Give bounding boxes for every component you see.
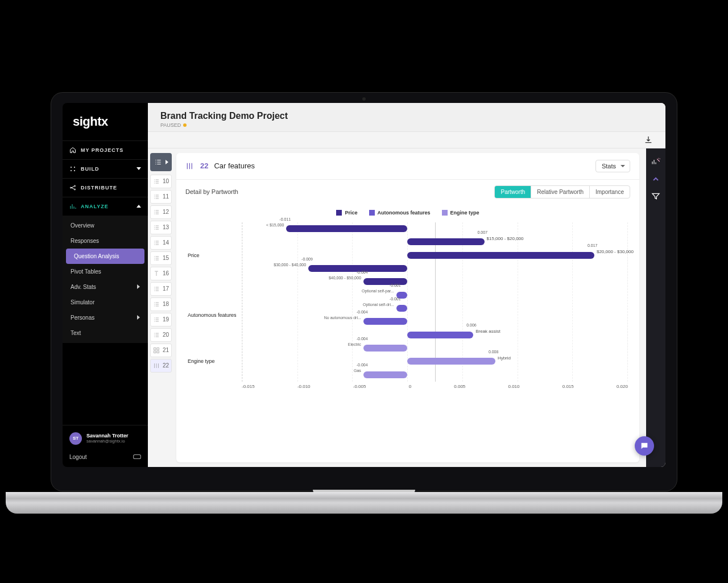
- svg-point-5: [75, 185, 76, 187]
- bar-value: 0.017: [588, 243, 598, 247]
- bar-category: $20,000 - $30,000: [597, 249, 634, 254]
- stats-dropdown[interactable]: Stats: [595, 160, 630, 172]
- tab-partworth[interactable]: Partworth: [495, 186, 531, 198]
- question-rail-item-20[interactable]: 20: [150, 328, 172, 342]
- bar-value: -0.004: [357, 363, 368, 367]
- tool-rail: [646, 148, 665, 467]
- chart-plot: -0.011< $15,0000.007$15,000 - $20,0000.0…: [242, 222, 628, 382]
- analyze-icon: [69, 203, 76, 210]
- legend-item: Price: [336, 210, 357, 216]
- question-rail-item-22[interactable]: 22: [150, 359, 172, 373]
- question-rail-toggle[interactable]: [150, 153, 172, 171]
- question-rail-item-13[interactable]: 13: [150, 221, 172, 234]
- sidebar-item-adv-stats[interactable]: Adv. Stats: [63, 279, 148, 295]
- sidebar-item-simulator[interactable]: Simulator: [63, 295, 148, 310]
- svg-rect-7: [134, 455, 141, 459]
- group-label: Autonomous features: [188, 288, 242, 341]
- question-rail-number: 12: [163, 209, 169, 215]
- legend-item: Engine type: [442, 210, 479, 216]
- question-rail-number: 16: [163, 270, 169, 276]
- nav-analyze[interactable]: ANALYZE: [63, 197, 148, 216]
- bar-value: -0.001: [390, 283, 401, 287]
- question-rail-item-17[interactable]: 17: [150, 282, 172, 296]
- collapse-icon[interactable]: [652, 177, 659, 181]
- sidebar-item-label: Personas: [71, 315, 94, 321]
- x-tick: 0: [409, 384, 411, 393]
- x-tick: -0.015: [242, 384, 255, 393]
- x-tick: -0.010: [297, 384, 311, 393]
- sidebar-item-personas[interactable]: Personas: [63, 310, 148, 325]
- question-rail-item-12[interactable]: 12: [150, 205, 172, 219]
- tab-relative-partworth[interactable]: Relative Partworth: [531, 186, 589, 198]
- bar-value: 0.008: [489, 350, 499, 354]
- svg-rect-8: [154, 348, 156, 350]
- question-rail-number: 21: [163, 347, 169, 353]
- question-number: 22: [200, 162, 208, 170]
- logout-button[interactable]: Logout: [69, 454, 87, 460]
- question-rail-item-15[interactable]: 15: [150, 251, 172, 265]
- svg-point-1: [74, 167, 75, 168]
- bar-value: 0.007: [478, 230, 488, 234]
- sidebar-item-overview[interactable]: Overview: [63, 218, 148, 233]
- sidebar-item-label: Question Analysis: [74, 253, 119, 259]
- question-rail-number: 10: [163, 178, 169, 184]
- bar-value: -0.004: [357, 337, 368, 341]
- chevron-down-icon: [136, 167, 141, 170]
- brand-logo: sightx: [63, 109, 148, 140]
- question-rail-item-11[interactable]: 11: [150, 190, 172, 204]
- question-rail-number: 11: [163, 193, 169, 200]
- question-rail-number: 15: [163, 255, 169, 261]
- bar-value: -0.001: [390, 297, 401, 301]
- svg-point-4: [71, 187, 72, 188]
- sidebar-item-question-analysis[interactable]: Question Analysis: [66, 249, 144, 264]
- svg-rect-9: [157, 348, 159, 350]
- bar: [363, 318, 407, 325]
- filter-icon[interactable]: [651, 192, 660, 201]
- bar-category: Electric: [348, 342, 361, 346]
- conjoint-icon: [185, 162, 195, 171]
- bar: [407, 252, 594, 259]
- question-rail-item-10[interactable]: 10: [150, 175, 172, 188]
- list-icon: [154, 158, 162, 166]
- question-rail-item-14[interactable]: 14: [150, 236, 172, 250]
- bar-value: -0.004: [357, 310, 368, 314]
- nav-distribute[interactable]: DISTRIBUTE: [63, 178, 148, 197]
- svg-point-6: [75, 189, 76, 190]
- x-tick: 0.015: [562, 384, 574, 393]
- avatar: ST: [69, 432, 82, 445]
- question-rail-item-18[interactable]: 18: [150, 297, 172, 311]
- chevron-right-icon: [137, 315, 140, 320]
- wand-icon[interactable]: [651, 156, 661, 167]
- x-axis: -0.015-0.010-0.00500.0050.0100.0150.020: [242, 382, 628, 393]
- bar-category: Hybrid: [498, 355, 511, 361]
- question-rail-item-16[interactable]: 16: [150, 267, 172, 280]
- group-label: Price: [188, 222, 242, 289]
- sidebar-item-pivot-tables[interactable]: Pivot Tables: [63, 264, 148, 279]
- sidebar-item-label: Responses: [71, 238, 99, 244]
- sidebar-item-label: Overview: [71, 222, 94, 229]
- chat-button[interactable]: [635, 436, 654, 456]
- nav-build[interactable]: BUILD: [63, 159, 148, 178]
- nav-my-projects[interactable]: MY PROJECTS: [63, 140, 148, 159]
- bar-category: $30,000 - $40,000: [274, 263, 306, 267]
- bar-value: -0.011: [279, 217, 291, 221]
- nav-my-projects-label: MY PROJECTS: [81, 147, 123, 153]
- nav-analyze-submenu: OverviewResponsesQuestion AnalysisPivot …: [63, 216, 148, 343]
- chevron-up-icon: [136, 205, 141, 208]
- sidebar-item-text[interactable]: Text: [63, 325, 148, 341]
- question-rail-item-21[interactable]: 21: [150, 344, 172, 357]
- question-rail-item-19[interactable]: 19: [150, 313, 172, 326]
- status-dot-icon: [183, 123, 187, 127]
- bar: [363, 371, 407, 378]
- user-block[interactable]: ST Savannah Trotter savannah@sightx.io: [69, 432, 141, 445]
- chevron-right-icon: [137, 284, 140, 289]
- cc-icon: [133, 454, 141, 460]
- question-rail-number: 13: [163, 224, 169, 230]
- download-icon[interactable]: [644, 135, 653, 144]
- main: Brand Tracking Demo Project PAUSED 10111…: [148, 103, 665, 467]
- tab-importance[interactable]: Importance: [589, 186, 630, 198]
- nav-analyze-label: ANALYZE: [81, 204, 109, 209]
- legend-item: Autonomous features: [369, 210, 431, 216]
- sidebar-item-responses[interactable]: Responses: [63, 233, 148, 249]
- header: Brand Tracking Demo Project PAUSED: [148, 103, 665, 132]
